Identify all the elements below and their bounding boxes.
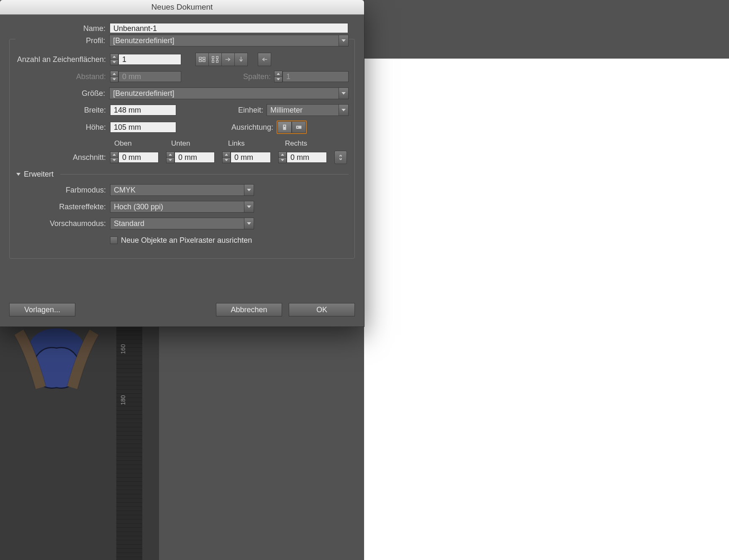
stepper-up-icon[interactable] xyxy=(110,54,118,59)
artboards-stepper[interactable] xyxy=(110,54,118,65)
templates-button[interactable]: Vorlagen... xyxy=(9,303,75,316)
width-label: Breite: xyxy=(15,106,110,115)
bleed-top-label: Oben xyxy=(114,139,163,148)
profile-dropdown[interactable]: [Benutzerdefiniert] xyxy=(109,35,349,46)
ok-button[interactable]: OK xyxy=(289,303,355,316)
chevron-down-icon[interactable] xyxy=(339,87,349,99)
profile-value: [Benutzerdefiniert] xyxy=(113,36,174,45)
colormode-dropdown[interactable]: CMYK xyxy=(110,184,254,196)
settings-group: Profil: [Benutzerdefiniert] Anzahl an Ze… xyxy=(9,39,355,259)
orientation-group xyxy=(277,121,307,134)
preview-dropdown[interactable]: Standard xyxy=(110,218,254,229)
units-dropdown[interactable]: Millimeter xyxy=(267,104,349,116)
advanced-header[interactable]: Erweitert xyxy=(16,170,349,179)
profile-label: Profil: xyxy=(15,36,109,45)
advanced-label: Erweitert xyxy=(24,170,54,179)
stepper-up-icon[interactable] xyxy=(222,152,231,157)
svg-rect-7 xyxy=(216,57,218,59)
orientation-portrait-button[interactable] xyxy=(277,121,292,133)
vertical-ruler: 160 180 xyxy=(116,326,142,560)
colormode-value: CMYK xyxy=(114,186,136,195)
columns-value: 1 xyxy=(286,71,290,82)
divider xyxy=(60,174,349,175)
width-input[interactable]: 148 mm xyxy=(110,105,176,116)
stepper-down-icon[interactable] xyxy=(110,59,118,66)
artboard-arrangement-group xyxy=(195,53,248,66)
bleed-right-label: Rechts xyxy=(285,139,334,148)
bleed-left-value: 0 mm xyxy=(234,152,253,163)
preview-label: Vorschaumodus: xyxy=(15,219,110,228)
stepper-up-icon xyxy=(274,71,282,77)
stepper-down-icon xyxy=(110,77,118,83)
templates-button-label: Vorlagen... xyxy=(24,306,60,314)
raster-dropdown[interactable]: Hoch (300 ppi) xyxy=(110,201,254,213)
orientation-landscape-button[interactable] xyxy=(292,121,306,133)
size-label: Größe: xyxy=(15,89,109,98)
orientation-label: Ausrichtung: xyxy=(231,123,277,132)
stepper-down-icon[interactable] xyxy=(110,157,118,164)
width-value: 148 mm xyxy=(114,105,141,116)
chevron-down-icon[interactable] xyxy=(244,218,254,229)
bleed-right-value: 0 mm xyxy=(290,152,309,163)
svg-rect-11 xyxy=(296,126,302,128)
stepper-up-icon[interactable] xyxy=(166,152,175,157)
svg-rect-1 xyxy=(199,57,201,59)
arrange-row-left-icon[interactable] xyxy=(258,53,271,66)
artboards-value: 1 xyxy=(122,54,126,65)
artboards-label: Anzahl an Zeichenflächen: xyxy=(15,55,110,64)
svg-rect-6 xyxy=(212,60,214,62)
stepper-up-icon[interactable] xyxy=(110,152,118,157)
bleed-top-input[interactable]: 0 mm xyxy=(118,152,159,163)
bleed-left-input[interactable]: 0 mm xyxy=(231,152,271,163)
chevron-down-icon[interactable] xyxy=(244,184,254,196)
arrange-grid-col-icon[interactable] xyxy=(208,53,222,66)
size-dropdown[interactable]: [Benutzerdefiniert] xyxy=(109,87,349,99)
new-document-dialog: Neues Dokument Name: Unbenannt-1 Profil:… xyxy=(0,0,364,327)
svg-rect-3 xyxy=(199,60,201,62)
pixel-align-checkbox[interactable] xyxy=(110,236,118,244)
chevron-down-icon[interactable] xyxy=(339,104,349,116)
colormode-label: Farbmodus: xyxy=(15,186,110,195)
spacing-stepper xyxy=(110,71,118,82)
columns-label: Spalten: xyxy=(243,72,274,81)
stepper-down-icon[interactable] xyxy=(278,157,287,164)
bleed-right-stepper[interactable] xyxy=(278,152,287,163)
chevron-down-icon[interactable] xyxy=(244,201,254,213)
cancel-button[interactable]: Abbrechen xyxy=(216,303,282,316)
svg-rect-8 xyxy=(216,60,218,62)
svg-rect-5 xyxy=(212,57,214,59)
bleed-left-label: Links xyxy=(228,139,277,148)
bleed-bottom-input[interactable]: 0 mm xyxy=(175,152,215,163)
dialog-title: Neues Dokument xyxy=(151,3,213,12)
stepper-up-icon xyxy=(110,71,118,77)
svg-rect-9 xyxy=(283,125,286,130)
height-input[interactable]: 105 mm xyxy=(110,122,176,133)
bleed-left-stepper[interactable] xyxy=(222,152,231,163)
arrange-row-right-icon[interactable] xyxy=(221,53,235,66)
columns-stepper xyxy=(274,71,282,82)
cancel-button-label: Abbrechen xyxy=(231,306,267,314)
raster-value: Hoch (300 ppi) xyxy=(114,203,163,211)
bleed-bottom-value: 0 mm xyxy=(178,152,197,163)
units-label: Einheit: xyxy=(238,106,267,115)
bleed-top-value: 0 mm xyxy=(122,152,141,163)
stepper-down-icon xyxy=(274,77,282,83)
height-value: 105 mm xyxy=(114,122,141,133)
link-bleed-button[interactable] xyxy=(334,151,347,164)
chevron-down-icon[interactable] xyxy=(339,35,349,46)
height-label: Höhe: xyxy=(15,123,110,132)
bleed-bottom-stepper[interactable] xyxy=(166,152,175,163)
arrange-grid-row-icon[interactable] xyxy=(195,53,209,66)
bleed-top-stepper[interactable] xyxy=(110,152,118,163)
bleed-right-input[interactable]: 0 mm xyxy=(287,152,327,163)
spacing-label: Abstand: xyxy=(15,72,110,81)
svg-rect-2 xyxy=(203,57,205,59)
arrange-col-down-icon[interactable] xyxy=(234,53,248,66)
artboards-input[interactable]: 1 xyxy=(118,54,181,65)
workspace-right-blank xyxy=(364,59,729,560)
ruler-tick: 180 xyxy=(120,395,126,405)
stepper-down-icon[interactable] xyxy=(222,157,231,164)
stepper-up-icon[interactable] xyxy=(278,152,287,157)
stepper-down-icon[interactable] xyxy=(166,157,175,164)
spacing-value: 0 mm xyxy=(122,71,141,82)
